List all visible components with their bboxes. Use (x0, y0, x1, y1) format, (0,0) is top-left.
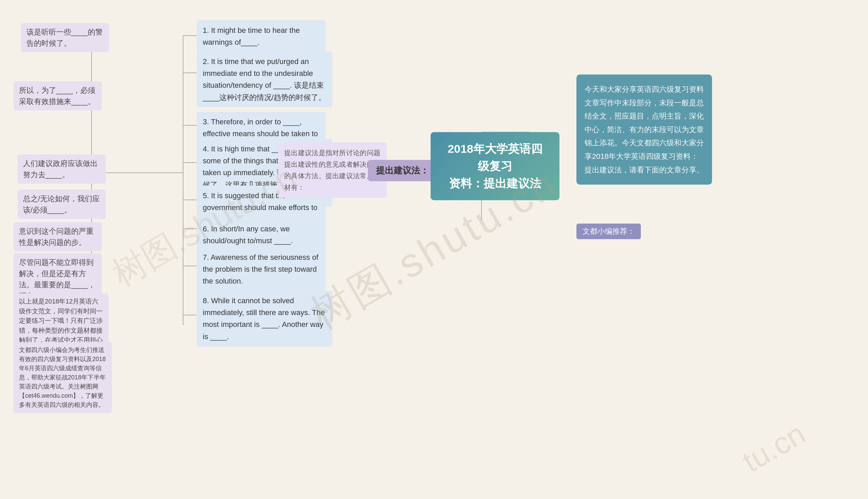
info-panel: 今天和大家分享英语四六级复习资料文章写作中末段部分，末段一般是总结全文，照应题目… (576, 74, 712, 185)
mind-map: 该是听听一些____的警告的时候了。 所以，为了____，必须采取有效措施来__… (0, 0, 868, 499)
recommend-label: 文都小编推荐： (576, 223, 641, 239)
right-node-7: 7. Awareness of the seriousness of the p… (197, 247, 325, 291)
right-node-6: 6. In short/In any case, we should/ought… (197, 219, 325, 251)
left-node-3: 人们建议政府应该做出努力去____。 (17, 155, 106, 184)
left-node-1: 该是听听一些____的警告的时候了。 (21, 23, 109, 52)
connector-lines (0, 0, 868, 499)
right-node-8: 8. While it cannot be solved immediately… (197, 291, 332, 346)
right-node-2: 2. It is time that we put/urged an immed… (197, 51, 332, 107)
right-node-1: 1. It might be time to hear the warnings… (197, 20, 325, 52)
left-node-8: 文都四六级小编会为考生们推送有效的四六级复习资料以及2018年6月英语四六级成绩… (14, 342, 112, 413)
left-node-4: 总之/无论如何，我们应该/必须____。 (17, 190, 106, 219)
main-title: 2018年大学英语四级复习 资料：提出建议法 (431, 132, 559, 200)
center-label: 提出建议法： (368, 160, 437, 181)
left-node-5: 意识到这个问题的严重性是解决问题的步。 (14, 222, 102, 251)
left-node-2: 所以，为了____，必须采取有效措施来____。 (14, 81, 102, 110)
watermark-center: 树图.shutu.cn (0, 0, 868, 499)
